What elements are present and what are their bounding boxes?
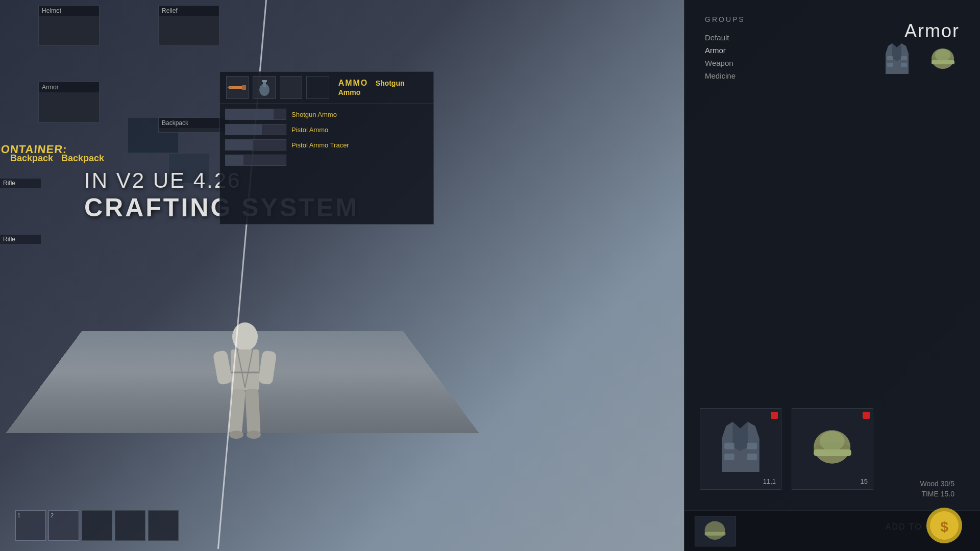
helmet-preview-svg	[929, 46, 957, 74]
svg-rect-2	[228, 87, 232, 88]
backpack-text-2: Backpack	[61, 153, 104, 164]
craft-item-helmet[interactable]: 15	[792, 408, 873, 490]
character-svg	[194, 306, 296, 510]
svg-rect-11	[245, 388, 261, 435]
svg-point-32	[820, 431, 845, 451]
helmet-panel-content	[39, 16, 99, 45]
craft-items-grid: 11,1 15	[684, 408, 980, 490]
svg-point-24	[935, 49, 950, 61]
svg-rect-1	[242, 85, 246, 90]
rifle-label-2: Rifle	[0, 235, 41, 244]
ammo-icon-slot-1	[226, 76, 249, 99]
queue-helmet-svg	[700, 519, 730, 544]
ammo-bar-empty	[225, 155, 286, 166]
ammo-list: Shotgun Ammo Pistol Ammo Pistol Ammo Tra…	[220, 104, 433, 175]
hotbar-slot-2[interactable]: 2	[48, 510, 79, 541]
category-title: Armor	[904, 20, 960, 42]
crafting-panel: GROUPS Default Armor Weapon Medicine Arm…	[684, 0, 980, 551]
svg-point-33	[705, 521, 725, 539]
ammo-bar-pistol-tracer	[225, 139, 286, 151]
ammo-crafting-panel: AMMO Shotgun Ammo Shotgun Ammo Pistol Am…	[219, 71, 434, 224]
hotbar-number-1: 1	[17, 512, 20, 518]
hud-panel-helmet: Helmet	[38, 5, 100, 46]
svg-rect-19	[887, 63, 893, 67]
craft-badge-helmet	[863, 412, 870, 419]
ammo-icon-slot-4	[306, 76, 329, 99]
svg-rect-27	[724, 454, 734, 460]
ammo-name-shotgun: Shotgun Ammo	[291, 111, 337, 118]
ammo-name-pistol: Pistol Ammo	[291, 126, 328, 134]
craft-helmet-svg	[810, 426, 855, 472]
svg-rect-17	[887, 56, 893, 60]
svg-text:$: $	[940, 519, 948, 535]
svg-rect-8	[213, 350, 233, 385]
backpack-text-1: Backpack	[10, 153, 53, 164]
craft-vest-number: 11,1	[763, 478, 776, 485]
armor-label: Armor	[39, 82, 99, 92]
resource-info: Wood 30/5 TIME 15.0	[920, 480, 954, 500]
relief-panel-content	[159, 16, 219, 45]
svg-point-15	[229, 431, 243, 439]
svg-rect-20	[901, 63, 907, 67]
resource-time: TIME 15.0	[920, 490, 954, 498]
ammo-name-pistol-tracer: Pistol Ammo Tracer	[291, 141, 349, 149]
coin-svg: $	[924, 505, 965, 546]
character-figure	[194, 306, 296, 510]
svg-rect-34	[705, 532, 726, 535]
grenade-icon	[257, 79, 272, 96]
ammo-icon-slot-2	[253, 76, 275, 99]
rifle-label: Rifle	[0, 179, 41, 188]
ammo-bar-pistol	[225, 124, 286, 135]
svg-rect-25	[724, 443, 734, 449]
armor-panel-content	[39, 92, 99, 122]
helmet-label: Helmet	[39, 6, 99, 16]
svg-rect-9	[258, 350, 277, 385]
hotbar-slot-4[interactable]	[115, 510, 145, 541]
preview-icon-helmet	[926, 43, 960, 77]
hotbar-slot-1[interactable]: 1	[15, 510, 46, 541]
craft-badge-vest	[771, 412, 778, 419]
svg-rect-28	[747, 454, 757, 460]
preview-icon-vest	[880, 43, 914, 77]
ammo-panel-header: AMMO Shotgun Ammo	[220, 72, 433, 104]
queue-item	[695, 516, 736, 546]
ammo-header-label: AMMO	[338, 79, 369, 87]
svg-rect-5	[262, 80, 267, 82]
hud-panel-armor: Armor	[38, 82, 100, 122]
ammo-item-shotgun: Shotgun Ammo	[225, 109, 428, 120]
hud-panel-relief: Relief	[158, 5, 219, 46]
hotbar: 1 2	[15, 510, 179, 541]
backpack-label: Backpack	[159, 118, 229, 128]
hotbar-number-2: 2	[51, 512, 54, 518]
svg-point-16	[247, 431, 261, 439]
currency-icon: $	[924, 505, 965, 546]
svg-rect-18	[901, 56, 907, 60]
hotbar-slot-5[interactable]	[148, 510, 179, 541]
ammo-item-empty	[225, 155, 428, 166]
hud-panel-backpack: Backpack	[158, 117, 230, 133]
svg-rect-26	[747, 443, 757, 449]
craft-item-vest[interactable]: 11,1	[700, 408, 781, 490]
ammo-item-pistol-tracer: Pistol Ammo Tracer	[225, 139, 428, 151]
hotbar-slot-3[interactable]	[82, 510, 112, 541]
relief-label: Relief	[159, 6, 219, 16]
item-preview-area	[880, 43, 960, 77]
rifle-icon	[228, 84, 247, 91]
ammo-bar-shotgun	[225, 109, 286, 120]
resource-wood: Wood 30/5	[920, 480, 954, 488]
ammo-item-pistol: Pistol Ammo	[225, 124, 428, 135]
craft-helmet-number: 15	[861, 478, 868, 485]
ammo-icon-slot-3	[280, 76, 302, 99]
vest-preview-svg	[883, 43, 911, 77]
craft-vest-svg	[718, 421, 764, 477]
